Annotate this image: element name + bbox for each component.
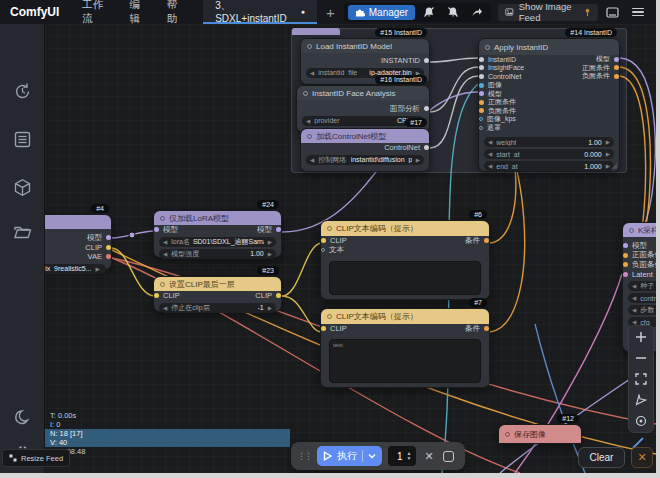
resize-feed-button[interactable]: Resize Feed bbox=[2, 449, 70, 467]
output-socket-conditioning[interactable] bbox=[484, 238, 489, 243]
end-at-widget[interactable]: ◀end_at1.000▶ bbox=[484, 161, 614, 171]
node-header[interactable]: CLIP文本编码（提示） bbox=[321, 221, 489, 236]
prompt-textarea[interactable]: text bbox=[329, 339, 481, 383]
output-socket-model[interactable] bbox=[106, 235, 111, 240]
input-socket[interactable] bbox=[479, 91, 484, 96]
history-icon[interactable] bbox=[13, 82, 32, 101]
output-socket-faceanalysis[interactable] bbox=[424, 106, 429, 111]
drag-handle-icon[interactable]: ⋮⋮ bbox=[297, 453, 311, 460]
input-socket[interactable] bbox=[479, 65, 484, 70]
start-at-widget[interactable]: ◀start_at0.000▶ bbox=[484, 149, 614, 159]
new-tab-button[interactable]: + bbox=[317, 4, 344, 21]
node-clip-set-last-layer[interactable]: #23 设置CLIP最后一层 CLIPCLIP ◀停止在clip层-1▶ bbox=[153, 276, 282, 312]
output-socket-clip[interactable] bbox=[276, 293, 281, 298]
bell-slash-icon-1[interactable] bbox=[419, 5, 439, 20]
collapse-dot-icon[interactable] bbox=[160, 216, 165, 221]
control-after-generate-widget[interactable]: ◀control_af... bbox=[628, 293, 656, 303]
workflow-tab[interactable]: 3、SDXL+instantID ● bbox=[203, 0, 317, 24]
input-socket[interactable] bbox=[479, 117, 483, 121]
node-clip-text-encode-positive[interactable]: #6 CLIP文本编码（提示） CLIP条件 文本 bbox=[320, 220, 490, 300]
reroute-dot[interactable] bbox=[129, 232, 135, 238]
controlnet-name-widget[interactable]: ◀控制网络名称instantid\diffusion_pytorch_...▶ bbox=[306, 155, 424, 165]
show-image-feed-button[interactable]: Show Image Feed bbox=[498, 4, 598, 21]
chevron-down-icon[interactable] bbox=[368, 453, 376, 459]
node-apply-instantid[interactable]: #14 InstantID Apply InstantID InstantID … bbox=[478, 38, 620, 172]
node-header[interactable]: CLIP文本编码（提示） bbox=[321, 309, 489, 324]
output-socket-model[interactable] bbox=[276, 227, 281, 232]
node-header[interactable]: Load InstantID Model bbox=[301, 39, 429, 53]
input-socket[interactable] bbox=[479, 126, 483, 130]
input-socket[interactable] bbox=[479, 57, 484, 62]
cancel-run-icon[interactable]: ✕ bbox=[422, 450, 437, 463]
collapse-dot-icon[interactable] bbox=[307, 134, 312, 139]
input-socket[interactable] bbox=[479, 74, 484, 79]
node-header[interactable]: Apply InstantID bbox=[479, 39, 619, 55]
input-socket-clip[interactable] bbox=[321, 326, 326, 331]
output-socket[interactable] bbox=[614, 65, 619, 70]
collapse-dot-icon[interactable] bbox=[505, 432, 510, 437]
input-socket-clip[interactable] bbox=[321, 238, 326, 243]
clear-button[interactable]: Clear bbox=[578, 447, 625, 468]
lora-strength-widget[interactable]: ◀模型强度1.00▶ bbox=[159, 249, 276, 259]
menu-edit[interactable]: 编辑 bbox=[120, 0, 157, 26]
model-library-cube-icon[interactable] bbox=[13, 178, 32, 197]
input-socket-latent[interactable] bbox=[623, 272, 628, 277]
graph-canvas[interactable]: #4 模型 CLIP VAE XXMix_9realistic5...▶ #24… bbox=[45, 24, 656, 473]
input-socket[interactable] bbox=[479, 83, 484, 88]
prompt-textarea[interactable] bbox=[329, 261, 481, 295]
input-socket-positive[interactable] bbox=[623, 253, 628, 258]
node-lora-loader[interactable]: #24 仅加载LoRA模型 模型模型 ◀lora名称SD01\SDXL_迪丽Sa… bbox=[153, 210, 282, 258]
output-socket-controlnet[interactable] bbox=[424, 145, 429, 150]
collapse-dot-icon[interactable] bbox=[629, 228, 634, 233]
step-down-icon[interactable]: ▼ bbox=[407, 456, 412, 461]
lora-name-widget[interactable]: ◀lora名称SD01\SDXL_迪丽Samaritan 3d...▶ bbox=[159, 237, 276, 247]
output-socket-conditioning[interactable] bbox=[484, 326, 489, 331]
resize-handle[interactable] bbox=[611, 163, 617, 169]
hamburger-menu-icon[interactable] bbox=[628, 8, 648, 17]
node-save-image[interactable]: #12 保存图像 bbox=[498, 424, 582, 444]
batch-count-stepper[interactable]: 1 ▲▼ bbox=[388, 446, 416, 466]
node-library-icon[interactable] bbox=[13, 130, 32, 149]
stop-at-clip-layer-widget[interactable]: ◀停止在clip层-1▶ bbox=[159, 303, 276, 313]
steps-widget[interactable]: ◀步数 bbox=[628, 305, 656, 315]
seed-widget[interactable]: ◀种子 bbox=[628, 281, 656, 291]
manager-button[interactable]: Manager bbox=[348, 5, 415, 20]
share-arrow-icon[interactable] bbox=[467, 5, 487, 20]
ckpt-name-widget[interactable]: XXMix_9realistic5...▶ bbox=[45, 264, 106, 274]
output-socket-instantid[interactable] bbox=[424, 58, 429, 63]
node-load-controlnet[interactable]: #17 加载ControlNet模型 ControlNet ◀控制网络名称ins… bbox=[300, 128, 430, 172]
widget-arrow-right-icon[interactable]: ▶ bbox=[95, 266, 99, 272]
stop-icon[interactable] bbox=[443, 451, 454, 462]
weight-widget[interactable]: ◀weight1.00▶ bbox=[484, 137, 614, 147]
node-header[interactable]: 保存图像 bbox=[499, 425, 581, 443]
output-socket[interactable] bbox=[614, 74, 619, 79]
workflows-folder-icon[interactable] bbox=[13, 223, 32, 242]
node-header[interactable]: 加载ControlNet模型 bbox=[301, 129, 429, 143]
input-socket-model[interactable] bbox=[623, 243, 628, 248]
output-socket-vae[interactable] bbox=[106, 254, 111, 259]
menu-workflow[interactable]: 工作流 bbox=[73, 0, 120, 26]
menu-help[interactable]: 帮助 bbox=[158, 0, 195, 26]
input-socket-text[interactable] bbox=[321, 248, 325, 252]
node-header[interactable]: K采样器 bbox=[623, 223, 656, 237]
node-header[interactable]: InstantID Face Analysis bbox=[297, 86, 429, 100]
node-clip-text-encode-negative[interactable]: #7 CLIP文本编码（提示） CLIP条件 text bbox=[320, 308, 490, 388]
zoom-in-icon[interactable] bbox=[635, 331, 647, 343]
node-header[interactable]: 设置CLIP最后一层 bbox=[154, 277, 281, 291]
collapse-dot-icon[interactable] bbox=[160, 282, 165, 287]
collapse-dot-icon[interactable] bbox=[485, 45, 490, 50]
node-header[interactable]: 仅加载LoRA模型 bbox=[154, 211, 281, 225]
output-socket[interactable] bbox=[614, 57, 619, 62]
zoom-out-icon[interactable] bbox=[635, 352, 647, 364]
run-button[interactable]: 执行 bbox=[317, 446, 382, 466]
collapse-dot-icon[interactable] bbox=[327, 314, 332, 319]
node-header[interactable] bbox=[45, 215, 111, 229]
input-socket[interactable] bbox=[479, 108, 484, 113]
collapse-dot-icon[interactable] bbox=[307, 44, 312, 49]
focus-icon[interactable] bbox=[635, 415, 647, 427]
close-feed-button[interactable]: ✕ bbox=[631, 447, 653, 468]
input-socket[interactable] bbox=[479, 100, 484, 105]
collapse-dot-icon[interactable] bbox=[327, 226, 332, 231]
panel-toggle-icon[interactable] bbox=[605, 5, 621, 20]
input-socket-negative[interactable] bbox=[623, 262, 628, 267]
